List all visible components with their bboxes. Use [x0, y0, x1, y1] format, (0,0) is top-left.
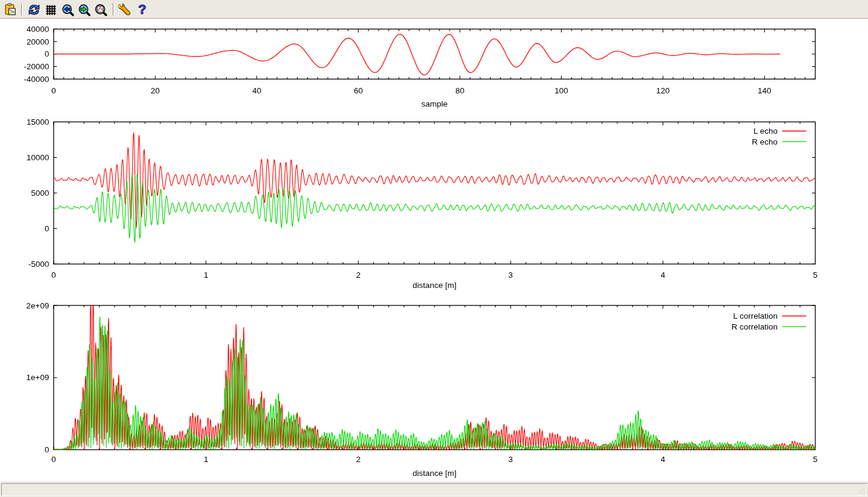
svg-text:0: 0 [45, 224, 49, 233]
svg-text:1e+09: 1e+09 [27, 373, 49, 382]
svg-text:3: 3 [508, 455, 513, 464]
svg-text:-5000: -5000 [28, 260, 49, 269]
svg-text:5: 5 [813, 270, 818, 280]
svg-text:?: ? [138, 2, 146, 17]
svg-text:R echo: R echo [752, 137, 778, 146]
svg-text:0: 0 [51, 86, 56, 95]
svg-text:5000: 5000 [31, 189, 49, 198]
svg-text:20000: 20000 [27, 37, 49, 46]
svg-text:2e+09: 2e+09 [27, 301, 49, 310]
svg-text:15000: 15000 [27, 117, 49, 127]
svg-text:L correlation: L correlation [733, 311, 778, 320]
svg-text:3: 3 [508, 270, 513, 280]
svg-text:distance [m]: distance [m] [412, 281, 456, 290]
svg-text:140: 140 [758, 86, 772, 95]
svg-text:-20000: -20000 [24, 62, 49, 71]
svg-text:100: 100 [555, 86, 568, 95]
svg-text:80: 80 [455, 86, 464, 95]
svg-text:sample: sample [421, 99, 448, 108]
svg-text:4: 4 [661, 455, 665, 464]
svg-text:20: 20 [151, 86, 160, 95]
svg-text:L echo: L echo [753, 127, 778, 136]
svg-text:distance [m]: distance [m] [412, 469, 456, 478]
svg-text:40: 40 [252, 86, 261, 95]
svg-text:120: 120 [656, 86, 670, 95]
svg-text:1: 1 [204, 455, 209, 464]
svg-text:0: 0 [51, 270, 56, 280]
svg-text:0: 0 [51, 455, 56, 464]
svg-text:0: 0 [45, 445, 49, 454]
svg-text:2: 2 [356, 270, 361, 280]
svg-text:R correlation: R correlation [731, 322, 778, 331]
svg-text:60: 60 [354, 86, 363, 95]
svg-text:40000: 40000 [27, 25, 49, 34]
svg-text:0: 0 [45, 49, 49, 58]
svg-text:-40000: -40000 [24, 75, 49, 84]
svg-text:4: 4 [661, 270, 665, 280]
svg-text:5: 5 [813, 455, 818, 464]
svg-text:1: 1 [204, 270, 209, 280]
svg-text:10000: 10000 [27, 153, 49, 162]
svg-text:2: 2 [356, 455, 361, 464]
